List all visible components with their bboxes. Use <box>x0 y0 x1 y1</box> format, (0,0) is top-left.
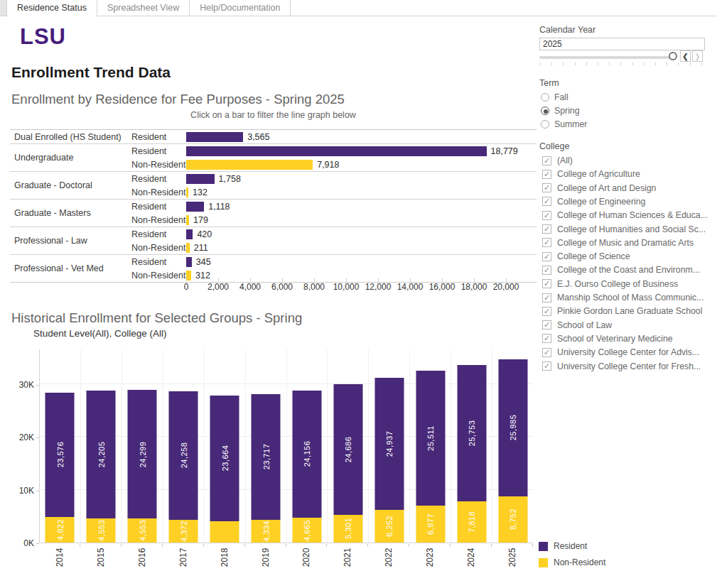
resident-bar-segment[interactable]: 25,985 <box>498 359 527 496</box>
residence-row: Non-Resident211 <box>128 241 537 254</box>
residence-bar-graduate-masters-non-resident[interactable] <box>186 215 189 225</box>
radio-label: Summer <box>554 119 587 129</box>
residence-bar-professional-vet-med-non-resident[interactable] <box>186 271 191 281</box>
college-option-school-of-law[interactable]: ✓School of Law <box>542 320 612 331</box>
residence-bar-undergraduate-resident[interactable] <box>186 146 487 156</box>
college-option-manship-school-of-mass-communic[interactable]: ✓Manship School of Mass Communic... <box>542 292 703 303</box>
residence-bar-professional-law-non-resident[interactable] <box>186 243 190 253</box>
residence-chart-title: Enrollment by Residence for Fee Purposes… <box>11 92 345 107</box>
checkbox-label: College of Humanities and Social Sc... <box>557 224 706 234</box>
non-resident-bar-segment[interactable]: 4,372 <box>169 520 198 543</box>
non-resident-bar-segment[interactable]: 6,252 <box>374 510 404 543</box>
calendar-year-next-button[interactable]: ❯ <box>692 50 703 62</box>
bar-stack: 25,9858,752 <box>498 359 527 543</box>
non-resident-bar-segment[interactable]: 4,822 <box>45 517 75 543</box>
category-label: Graduate - Masters <box>10 200 128 227</box>
residence-bar-graduate-masters-resident[interactable] <box>186 202 204 212</box>
resident-bar-label: 24,299 <box>138 441 146 467</box>
non-resident-bar-label: 8,752 <box>509 508 517 530</box>
legend-item-non-resident[interactable]: Non-Resident <box>539 556 605 569</box>
college-option-college-of-engineering[interactable]: ✓College of Engineering <box>542 196 645 207</box>
residence-bar-dual-enrolled-hs-student-resident[interactable] <box>186 132 243 142</box>
term-option-summer[interactable]: Summer <box>541 119 587 130</box>
legend-item-resident[interactable]: Resident <box>539 540 605 552</box>
non-resident-bar-segment[interactable]: 4,665 <box>292 518 321 543</box>
resident-bar-segment[interactable]: 24,937 <box>374 378 404 510</box>
resident-bar-segment[interactable]: 23,664 <box>210 396 239 521</box>
residence-row: Resident1,758 <box>128 172 537 185</box>
non-resident-bar-segment[interactable] <box>210 521 239 543</box>
college-option-college-of-music-and-dramatic-arts[interactable]: ✓College of Music and Dramatic Arts <box>542 237 694 249</box>
resident-bar-segment[interactable]: 25,511 <box>416 371 445 506</box>
college-option-e-j-ourso-college-of-business[interactable]: ✓E.J. Ourso College of Business <box>542 278 678 290</box>
college-option-university-college-center-for-advis[interactable]: ✓University College Center for Advis... <box>542 347 699 358</box>
axis-tick-label: 16,000 <box>429 282 455 292</box>
axis-tick <box>186 278 187 281</box>
history-column-2024: 25,7537,818 <box>451 349 492 543</box>
non-resident-bar-segment[interactable]: 4,334 <box>252 520 281 543</box>
slider-tick <box>690 62 691 65</box>
checkbox-label: E.J. Ourso College of Business <box>557 279 678 289</box>
college-option-college-of-humanities-and-social-sc[interactable]: ✓College of Humanities and Social Sc... <box>542 224 706 235</box>
college-option-all[interactable]: ✓(All) <box>542 155 573 166</box>
non-resident-bar-segment[interactable]: 6,977 <box>416 506 445 543</box>
residence-bar-graduate-doctoral-non-resident[interactable] <box>186 187 188 197</box>
checkbox: ✓ <box>542 334 551 343</box>
term-option-fall[interactable]: Fall <box>541 92 568 103</box>
calendar-year-prev-button[interactable]: ❮ <box>680 50 691 62</box>
tab-help-documentation[interactable]: Help/Documentation <box>190 0 291 16</box>
college-option-college-of-agriculture[interactable]: ✓College of Agriculture <box>542 168 640 180</box>
y-axis-tick-label: 10K <box>6 486 34 496</box>
residence-bar-graduate-doctoral-resident[interactable] <box>186 174 215 184</box>
college-option-school-of-veterinary-medicine[interactable]: ✓School of Veterinary Medicine <box>542 333 673 344</box>
resident-bar-segment[interactable]: 24,686 <box>333 384 362 515</box>
tab-residence-status[interactable]: Residence Status <box>7 0 97 16</box>
slider-tick <box>551 62 552 65</box>
non-resident-bar-segment[interactable]: 4,553 <box>87 518 116 543</box>
non-resident-bar-segment[interactable]: 5,301 <box>333 515 362 543</box>
non-resident-bar-segment[interactable]: 7,818 <box>457 501 486 543</box>
resident-bar-segment[interactable]: 24,156 <box>292 391 321 518</box>
non-resident-bar-segment[interactable]: 8,752 <box>498 496 527 543</box>
slider-tick <box>632 62 633 65</box>
residence-bar-professional-vet-med-resident[interactable] <box>186 257 192 267</box>
residence-group-professional-vet-med: Professional - Vet MedResident345Non-Res… <box>10 254 537 282</box>
residence-bar-undergraduate-non-resident[interactable] <box>186 160 313 170</box>
bar-stack: 25,7537,818 <box>457 365 486 543</box>
axis-tick-label: 8,000 <box>303 282 325 292</box>
resident-bar-segment[interactable]: 25,753 <box>457 365 486 501</box>
radio-button <box>541 107 549 115</box>
college-option-pinkie-gordon-lane-graduate-school[interactable]: ✓Pinkie Gordon Lane Graduate School <box>542 305 702 317</box>
calendar-year-input[interactable] <box>539 38 705 50</box>
history-column-2021: 24,6865,301 <box>328 349 369 543</box>
history-column-2014: 23,5764,822 <box>40 349 81 543</box>
college-option-college-of-science[interactable]: ✓College of Science <box>542 251 630 262</box>
tab-spreadsheet-view[interactable]: Spreadsheet View <box>97 0 190 16</box>
college-option-college-of-the-coast-and-environm[interactable]: ✓College of the Coast and Environm... <box>542 264 700 276</box>
residence-bar-professional-law-resident[interactable] <box>186 229 193 239</box>
college-option-college-of-human-sciences-educa[interactable]: ✓College of Human Sciences & Educa... <box>542 209 708 221</box>
calendar-year-slider-handle[interactable] <box>669 52 677 60</box>
year-label: 2022 <box>384 548 394 567</box>
college-filter-label: College <box>539 141 569 151</box>
year-label-cell: 2014 <box>39 544 80 572</box>
history-column-2023: 25,5116,977 <box>410 349 451 543</box>
resident-bar-segment[interactable]: 23,717 <box>252 394 281 520</box>
residence-chart: Dual Enrolled (HS Student)Resident3,565U… <box>10 129 537 283</box>
calendar-year-slider-track[interactable] <box>539 56 672 59</box>
slider-tick <box>575 62 576 65</box>
college-option-college-of-art-and-design[interactable]: ✓College of Art and Design <box>542 183 656 194</box>
bar-value-label: 1,118 <box>208 202 230 212</box>
college-option-university-college-center-for-fresh[interactable]: ✓University College Center for Fresh... <box>542 361 701 372</box>
resident-bar-segment[interactable]: 24,299 <box>128 390 157 518</box>
year-label-cell: 2018 <box>204 544 245 572</box>
non-resident-bar-segment[interactable]: 4,553 <box>128 518 157 543</box>
history-chart-year-labels: 2014201520162017201820192020202120222023… <box>39 544 533 572</box>
resident-bar-segment[interactable]: 24,205 <box>87 391 116 518</box>
resident-bar-segment[interactable]: 23,576 <box>45 393 75 518</box>
history-column-2017: 24,2584,372 <box>163 349 205 543</box>
axis-tick <box>346 278 347 281</box>
resident-bar-segment[interactable]: 24,258 <box>169 391 198 520</box>
calendar-year-slider-ticks <box>540 62 702 65</box>
term-option-spring[interactable]: Spring <box>541 105 580 116</box>
